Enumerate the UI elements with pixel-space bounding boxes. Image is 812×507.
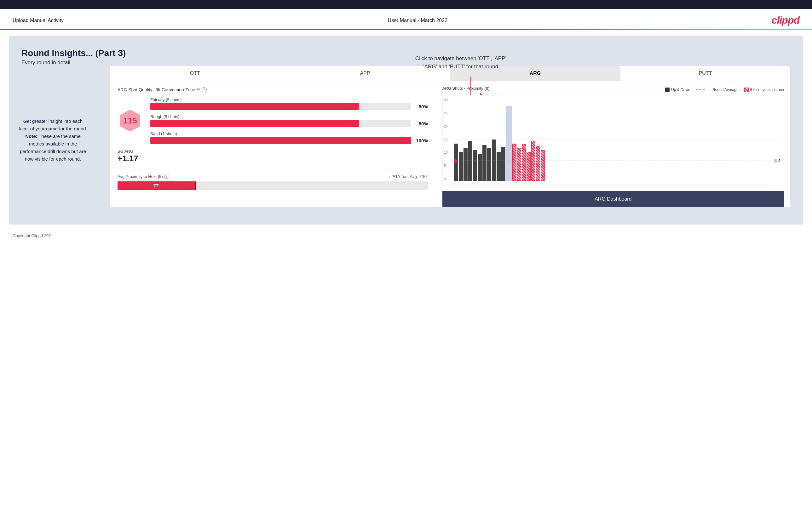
dashed-line: 8 — [454, 159, 780, 163]
dashboard-card: OTT APP ARG PUTT ARG Shot Quality 6ft Co… — [110, 66, 791, 207]
proximity-section: Avg Proximity to Hole (ft) ? ↑ PGA Tour … — [117, 169, 428, 190]
proximity-label: Avg Proximity to Hole (ft) ? — [117, 174, 169, 179]
chart-bar — [487, 148, 491, 181]
page-subtitle: Every round in detail — [21, 59, 791, 66]
legend-6ft: 6 ft conversion zone — [744, 88, 784, 92]
arg-shot-quality-label: ARG Shot Quality — [117, 87, 153, 92]
help-icon[interactable]: ? — [202, 87, 207, 92]
chart-bar — [497, 152, 501, 181]
chart-bar-tall — [506, 106, 512, 181]
left-description: Get greater insight into each facet of y… — [18, 117, 88, 163]
page-title: Round Insights... (Part 3) — [21, 48, 791, 58]
arg-dashboard-btn[interactable]: ARG Dashboard — [442, 191, 784, 207]
left-panel: ARG Shot Quality 6ft Conversion Zone % ?… — [110, 81, 436, 207]
conversion-zone-label: 6ft Conversion Zone % ? — [156, 87, 207, 92]
chart-bar-hatched — [526, 152, 530, 181]
sg-arg-label: SG ARG — [117, 149, 428, 154]
chart-bar-hatched — [541, 150, 545, 181]
header: Upload Manual Activity User Manual - Mar… — [0, 9, 812, 29]
upload-manual-label: Upload Manual Activity — [13, 18, 64, 23]
sg-arg-value: +1.17 — [117, 154, 428, 163]
chart-bar-hatched — [517, 148, 521, 181]
hex-score-section: 115 Fairway (5 shots) 80% — [117, 97, 428, 144]
legend-up-down: Up & Down — [665, 88, 691, 92]
bar-sand: Sand (1 shots) 100% — [150, 131, 428, 144]
bars-section: Fairway (5 shots) 80% Rough (5 shots) — [150, 97, 428, 144]
user-manual-date: User Manual - March 2022 — [388, 18, 447, 23]
bar-sand-label: Sand (1 shots) — [150, 131, 428, 136]
top-bar — [0, 0, 812, 9]
chart-legend: Up & Down ---- Round Average 6 ft conver… — [665, 88, 784, 92]
chart-area: 30 25 20 15 10 5 0 — [442, 95, 784, 187]
annotation-text: Click to navigate between 'OTT', 'APP', … — [415, 54, 508, 70]
tab-putt[interactable]: PUTT — [620, 66, 790, 80]
pga-avg: ↑ PGA Tour Avg: 7'10" — [388, 174, 428, 179]
bar-rough-pct: 80% — [414, 121, 428, 126]
bars-container — [454, 98, 780, 181]
main-content: Round Insights... (Part 3) Every round i… — [9, 36, 803, 225]
sg-arg-section: SG ARG +1.17 — [117, 149, 428, 163]
chart-bar — [473, 150, 477, 181]
header-divider — [0, 29, 812, 30]
bar-fairway-label: Fairway (5 shots) — [150, 97, 428, 102]
tab-ott[interactable]: OTT — [110, 66, 280, 80]
bar-fairway-pct: 80% — [414, 104, 428, 109]
hex-number: 115 — [123, 116, 137, 126]
bar-rough-label: Rough (5 shots) — [150, 114, 428, 119]
chart-header-row: ARG Shots - Proximity (ft) Up & Down ---… — [442, 86, 784, 93]
hexagon: 115 — [117, 108, 143, 133]
chart-bar — [463, 148, 468, 181]
bar-fairway: Fairway (5 shots) 80% — [150, 97, 428, 110]
chart-bar — [501, 147, 505, 181]
arg-shot-quality-row: ARG Shot Quality 6ft Conversion Zone % ? — [117, 87, 428, 92]
chart-bar — [478, 154, 482, 181]
bar-sand-pct: 100% — [414, 138, 428, 143]
copyright: Copyright Clippd 2021 — [13, 233, 53, 238]
chart-bar-hatched — [536, 146, 540, 181]
y-labels: 30 25 20 15 10 5 0 — [444, 98, 448, 181]
footer: Copyright Clippd 2021 — [0, 230, 812, 241]
dash-line-value: 8 — [778, 159, 780, 163]
proximity-help-icon[interactable]: ? — [164, 174, 169, 179]
right-panel: ARG Shots - Proximity (ft) Up & Down ---… — [436, 81, 790, 207]
brand-logo: clippd — [772, 14, 799, 26]
bar-rough: Rough (5 shots) 80% — [150, 114, 428, 127]
chart-bar — [459, 152, 463, 181]
card-body: ARG Shot Quality 6ft Conversion Zone % ?… — [110, 81, 790, 207]
legend-round-avg: ---- Round Average — [696, 88, 739, 92]
